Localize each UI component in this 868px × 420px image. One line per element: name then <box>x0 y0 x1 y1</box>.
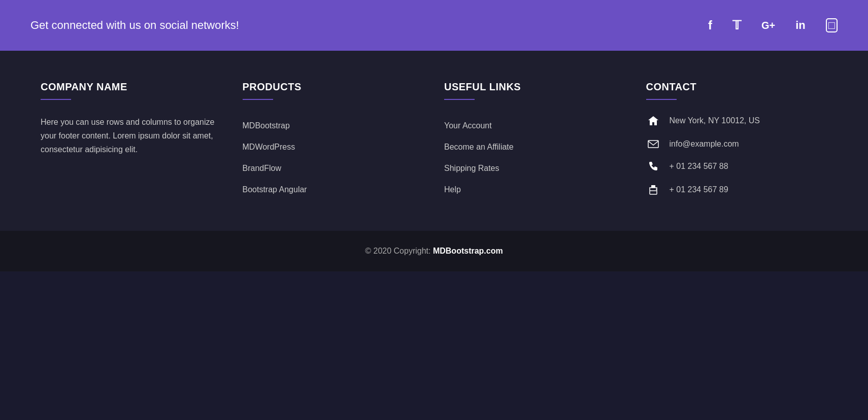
contact-fax-text: + 01 234 567 89 <box>670 184 728 195</box>
company-description: Here you can use rows and columns to org… <box>41 115 222 157</box>
company-column: COMPANY NAME Here you can use rows and c… <box>41 81 243 200</box>
useful-link-become-affiliate[interactable]: Become an Affiliate <box>444 136 626 158</box>
contact-column: CONTACT New York, NY 10012, US <box>646 81 828 200</box>
svg-rect-2 <box>651 185 655 188</box>
facebook-icon[interactable]: f <box>708 18 712 32</box>
instagram-icon[interactable]: □ <box>826 18 838 32</box>
products-link-mdwordpress[interactable]: MDWordPress <box>243 136 424 158</box>
company-divider <box>41 99 71 100</box>
social-icons: f 𝕋 G+ in □ <box>708 18 838 32</box>
footer-columns: COMPANY NAME Here you can use rows and c… <box>41 81 827 200</box>
contact-address-text: New York, NY 10012, US <box>670 115 760 126</box>
home-icon <box>646 116 660 128</box>
products-links: MDBootstrap MDWordPress BrandFlow Bootst… <box>243 115 424 200</box>
useful-links-column: USEFUL LINKS Your Account Become an Affi… <box>444 81 646 200</box>
useful-links-list: Your Account Become an Affiliate Shippin… <box>444 115 626 200</box>
twitter-icon[interactable]: 𝕋 <box>732 18 741 32</box>
contact-divider <box>646 99 677 100</box>
social-bar: Get connected with us on social networks… <box>0 0 868 51</box>
products-column: PRODUCTS MDBootstrap MDWordPress BrandFl… <box>243 81 445 200</box>
contact-phone: + 01 234 567 88 <box>646 161 828 174</box>
contact-address: New York, NY 10012, US <box>646 115 828 128</box>
phone-icon <box>646 161 660 174</box>
linkedin-icon[interactable]: in <box>795 19 806 32</box>
svg-rect-0 <box>648 141 658 148</box>
contact-email-text: info@example.com <box>670 138 739 150</box>
products-link-mdbootstrap[interactable]: MDBootstrap <box>243 115 424 136</box>
useful-link-shipping-rates[interactable]: Shipping Rates <box>444 158 626 179</box>
contact-list: New York, NY 10012, US info@example.com <box>646 115 828 197</box>
contact-phone-text: + 01 234 567 88 <box>670 161 728 172</box>
useful-links-divider <box>444 99 475 100</box>
footer-bottom: © 2020 Copyright: MDBootstrap.com <box>0 231 868 271</box>
contact-title: CONTACT <box>646 81 828 93</box>
footer-copyright: © 2020 Copyright: MDBootstrap.com <box>365 247 503 256</box>
contact-fax: + 01 234 567 89 <box>646 184 828 197</box>
social-bar-text: Get connected with us on social networks… <box>30 19 239 32</box>
company-title: COMPANY NAME <box>41 81 222 93</box>
useful-links-title: USEFUL LINKS <box>444 81 626 93</box>
contact-email: info@example.com <box>646 138 828 151</box>
useful-link-help[interactable]: Help <box>444 179 626 200</box>
print-icon <box>646 185 660 197</box>
products-title: PRODUCTS <box>243 81 424 93</box>
products-link-bootstrap-angular[interactable]: Bootstrap Angular <box>243 179 424 200</box>
svg-point-3 <box>656 189 657 190</box>
products-link-brandflow[interactable]: BrandFlow <box>243 158 424 179</box>
google-plus-icon[interactable]: G+ <box>761 20 775 31</box>
products-divider <box>243 99 273 100</box>
svg-rect-1 <box>650 191 657 194</box>
envelope-icon <box>646 139 660 151</box>
footer-main: COMPANY NAME Here you can use rows and c… <box>0 51 868 231</box>
useful-link-your-account[interactable]: Your Account <box>444 115 626 136</box>
